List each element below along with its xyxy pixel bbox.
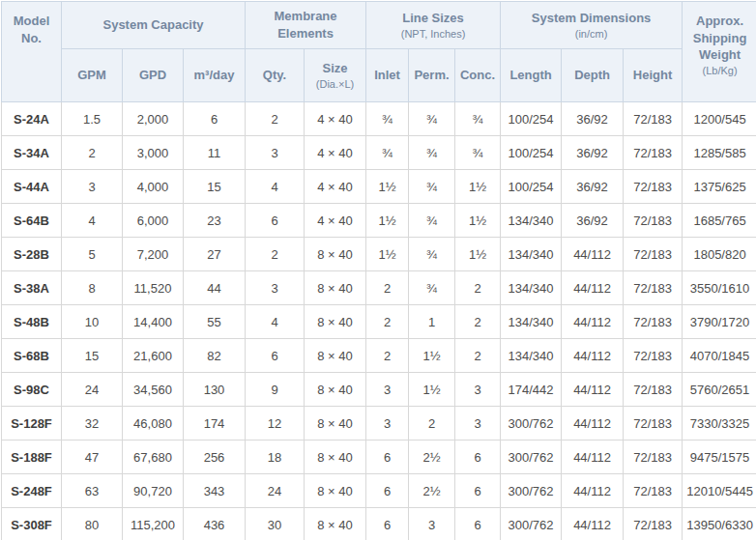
cell-depth: 36/92: [562, 102, 624, 136]
cell-gpd: 115,200: [123, 508, 184, 540]
dimensions-label: System Dimensions: [503, 10, 680, 27]
cell-qty: 6: [246, 204, 305, 238]
table-row: S-308F80115,200436308 × 40636300/76244/1…: [2, 508, 756, 540]
model-cell: S-248F: [2, 474, 62, 508]
cell-size: 8 × 40: [305, 508, 366, 540]
table-row: S-48B1014,4005548 × 40212134/34044/11272…: [2, 305, 756, 339]
cell-conc: 6: [455, 474, 501, 508]
model-cell: S-98C: [2, 373, 62, 407]
cell-depth: 36/92: [562, 204, 624, 238]
size-label: Size: [306, 60, 363, 77]
cell-size: 8 × 40: [305, 271, 366, 305]
cell-size: 4 × 40: [305, 170, 366, 204]
cell-qty: 12: [246, 407, 305, 441]
cell-gpd: 11,520: [123, 271, 184, 305]
cell-depth: 44/112: [562, 373, 624, 407]
cell-conc: 1½: [455, 204, 501, 238]
model-cell: S-128F: [2, 407, 62, 441]
model-cell: S-28B: [2, 238, 62, 271]
cell-gpm: 80: [62, 508, 123, 540]
cell-size: 8 × 40: [305, 238, 366, 271]
header-col-qty: Qty.: [246, 49, 305, 102]
header-col-length: Length: [501, 49, 562, 102]
cell-qty: 6: [246, 339, 305, 373]
cell-gpm: 63: [62, 474, 123, 508]
cell-size: 8 × 40: [305, 339, 366, 373]
table-row: S-128F3246,080174128 × 40323300/76244/11…: [2, 407, 756, 441]
cell-gpm: 4: [62, 204, 123, 238]
header-membrane-elements: Membrane Elements: [246, 2, 366, 49]
cell-height: 72/183: [624, 373, 683, 407]
cell-conc: 1½: [455, 170, 501, 204]
cell-shipping_weight: 1200/545: [683, 102, 756, 136]
model-cell: S-48B: [2, 305, 62, 339]
cell-length: 134/340: [501, 305, 562, 339]
cell-inlet: ¾: [366, 102, 409, 136]
header-sub-row: GPM GPD m³/day Qty. Size (Dia.×L) Inlet …: [2, 49, 756, 102]
cell-m3_day: 44: [184, 271, 246, 305]
cell-gpd: 14,400: [123, 305, 184, 339]
cell-length: 134/340: [501, 271, 562, 305]
header-shipping-weight: Approx. Shipping Weight (Lb/Kg): [683, 2, 756, 102]
cell-perm: 1½: [409, 373, 455, 407]
weight-sublabel: (Lb/Kg): [684, 64, 755, 77]
header-col-conc: Conc.: [455, 49, 501, 102]
cell-depth: 44/112: [562, 339, 624, 373]
cell-depth: 44/112: [562, 474, 624, 508]
header-col-m3day: m³/day: [184, 49, 246, 102]
table-row: S-64B46,0002364 × 401½¾1½134/34036/9272/…: [2, 204, 756, 238]
cell-conc: 2: [455, 305, 501, 339]
header-col-perm: Perm.: [409, 49, 455, 102]
cell-inlet: 3: [366, 373, 409, 407]
cell-perm: ¾: [409, 271, 455, 305]
cell-perm: ¾: [409, 204, 455, 238]
cell-shipping_weight: 1285/585: [683, 136, 756, 170]
cell-length: 300/762: [501, 474, 562, 508]
model-cell: S-44A: [2, 170, 62, 204]
table-body: S-24A1.52,000624 × 40¾¾¾100/25436/9272/1…: [2, 102, 756, 540]
table-row: S-68B1521,6008268 × 4021½2134/34044/1127…: [2, 339, 756, 373]
cell-inlet: 6: [366, 508, 409, 540]
header-col-size: Size (Dia.×L): [305, 49, 366, 102]
cell-inlet: 2: [366, 339, 409, 373]
cell-size: 8 × 40: [305, 305, 366, 339]
table-row: S-38A811,5204438 × 402¾2134/34044/11272/…: [2, 271, 756, 305]
cell-shipping_weight: 4070/1845: [683, 339, 756, 373]
cell-depth: 44/112: [562, 407, 624, 441]
table-row: S-28B57,2002728 × 401½¾1½134/34044/11272…: [2, 238, 756, 271]
table-row: S-188F4767,680256188 × 4062½6300/76244/1…: [2, 441, 756, 474]
cell-gpd: 34,560: [123, 373, 184, 407]
cell-perm: 1: [409, 305, 455, 339]
header-group-row: Model No. System Capacity Membrane Eleme…: [2, 2, 756, 49]
table-row: S-248F6390,720343248 × 4062½6300/76244/1…: [2, 474, 756, 508]
cell-gpd: 7,200: [123, 238, 184, 271]
size-sublabel: (Dia.×L): [306, 77, 363, 91]
cell-gpm: 15: [62, 339, 123, 373]
header-system-dimensions: System Dimensions (in/cm): [501, 2, 683, 49]
cell-height: 72/183: [624, 238, 683, 271]
cell-qty: 18: [246, 441, 305, 474]
header-col-gpd: GPD: [123, 49, 184, 102]
cell-length: 300/762: [501, 407, 562, 441]
header-system-capacity: System Capacity: [62, 2, 246, 49]
cell-depth: 44/112: [562, 305, 624, 339]
cell-shipping_weight: 13950/6330: [683, 508, 756, 540]
cell-gpd: 90,720: [123, 474, 184, 508]
cell-conc: ¾: [455, 136, 501, 170]
cell-gpd: 6,000: [123, 204, 184, 238]
cell-size: 8 × 40: [305, 441, 366, 474]
cell-gpm: 2: [62, 136, 123, 170]
table-header: Model No. System Capacity Membrane Eleme…: [2, 2, 756, 102]
model-cell: S-24A: [2, 102, 62, 136]
cell-inlet: 1½: [366, 204, 409, 238]
cell-depth: 44/112: [562, 238, 624, 271]
cell-length: 300/762: [501, 508, 562, 540]
model-cell: S-188F: [2, 441, 62, 474]
header-col-inlet: Inlet: [366, 49, 409, 102]
cell-shipping_weight: 3550/1610: [683, 271, 756, 305]
cell-m3_day: 130: [184, 373, 246, 407]
model-cell: S-38A: [2, 271, 62, 305]
cell-inlet: 6: [366, 441, 409, 474]
cell-inlet: ¾: [366, 136, 409, 170]
cell-qty: 2: [246, 238, 305, 271]
